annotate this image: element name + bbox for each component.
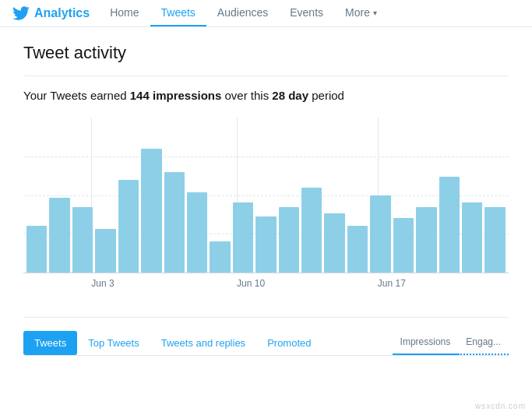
main-nav: Home Tweets Audiences Events More ▾ [99, 0, 520, 26]
chart-bar [301, 188, 322, 273]
chart-container: Jun 3Jun 10Jun 17 [23, 118, 509, 318]
chart-bar [210, 241, 230, 273]
tab-bar: Tweets Top Tweets Tweets and replies Pro… [23, 330, 509, 356]
nav-tweets[interactable]: Tweets [150, 0, 206, 26]
period-count: 28 day [272, 89, 308, 102]
metric-engagements[interactable]: Engag... [458, 330, 509, 355]
chart-bar [164, 172, 185, 273]
tab-tweets[interactable]: Tweets [23, 331, 77, 355]
chart-date-label: Jun 3 [91, 278, 114, 289]
chart-bar [187, 192, 207, 273]
metric-impressions[interactable]: Impressions [393, 330, 459, 355]
chart-bar [49, 198, 69, 273]
chart-bar [370, 195, 390, 273]
nav-audiences[interactable]: Audiences [206, 0, 279, 26]
chart-bar [279, 207, 299, 273]
nav-home[interactable]: Home [99, 0, 150, 26]
header: Analytics Home Tweets Audiences Events M… [0, 0, 532, 27]
tab-tweets-replies[interactable]: Tweets and replies [150, 331, 256, 355]
summary-text: Your Tweets earned 144 impressions over … [23, 89, 509, 102]
chart-date-label: Jun 10 [237, 278, 265, 289]
twitter-logo-icon [12, 6, 30, 20]
chart-bar [347, 226, 368, 273]
page-title: Tweet activity [23, 43, 509, 76]
chart-date-label: Jun 17 [378, 278, 406, 289]
brand-title: Analytics [34, 6, 90, 20]
chart-bar [141, 149, 161, 273]
chart-bar [95, 229, 115, 273]
impressions-count: 144 impressions [130, 89, 222, 102]
logo-area: Analytics [12, 6, 90, 20]
tab-top-tweets[interactable]: Top Tweets [77, 331, 150, 355]
chart-labels: Jun 3Jun 10Jun 17 [23, 278, 509, 294]
chart-bar [233, 202, 253, 273]
chevron-down-icon: ▾ [373, 9, 377, 17]
chart-bar [462, 202, 482, 273]
chart-bar [255, 216, 276, 273]
page-content: Tweet activity Your Tweets earned 144 im… [0, 27, 532, 371]
chart-bar [72, 207, 93, 273]
chart-bar [439, 177, 460, 273]
chart-area [23, 118, 509, 273]
chart-bar [26, 226, 47, 273]
chart-bar [484, 207, 505, 273]
tab-promoted[interactable]: Promoted [256, 331, 322, 355]
nav-events[interactable]: Events [279, 0, 334, 26]
nav-more[interactable]: More ▾ [334, 0, 388, 26]
chart-bar [416, 207, 436, 273]
chart-bar [118, 180, 139, 273]
chart-bar [393, 218, 414, 273]
chart-bar [324, 213, 344, 273]
